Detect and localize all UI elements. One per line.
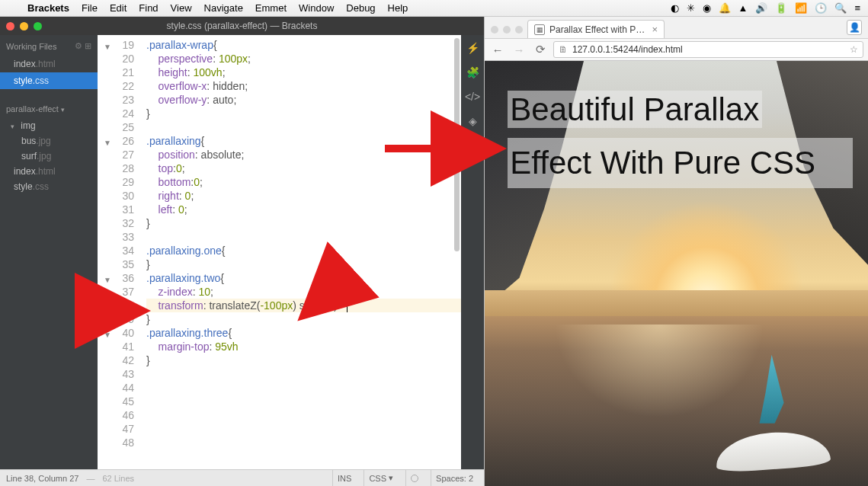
gear-icon[interactable]: ⚙ ⊞ [75,41,91,51]
indent-setting[interactable]: Spaces: 2 [431,470,478,486]
file-style-css[interactable]: style.css [0,179,98,194]
menu-navigate[interactable]: Navigate [198,2,249,14]
working-files-header[interactable]: Working Files ⚙ ⊞ [0,35,98,56]
working-files-label: Working Files [6,42,56,51]
working-file-index[interactable]: index.html [0,56,98,72]
code-content[interactable]: .parallax-wrap{ perspective: 100px; heig… [142,35,461,469]
reload-button[interactable]: ⟳ [532,41,549,58]
back-button[interactable]: ← [489,41,506,58]
tray-icon[interactable]: ◉ [703,2,711,14]
page-viewport[interactable]: Beautiful Parallax Effect With Pure CSS [485,61,868,486]
notification-center-icon[interactable]: 🔔 [719,2,731,14]
lint-status-icon[interactable] [405,470,423,486]
window-title: style.css (parallax-effect) — Brackets [0,21,484,31]
window-close-button[interactable] [491,26,498,34]
editor-scrollbar[interactable] [453,35,461,469]
address-bar[interactable]: 🗎 127.0.0.1:54244/index.html ☆ [553,41,863,58]
system-tray: ◐ ✳ ◉ 🔔 ▲ 🔊 🔋 📶 🕒 🔍 ≡ [663,2,868,14]
app-menu[interactable]: Brackets [21,2,75,14]
chrome-window: ▦ Parallax Effect with Pure C × 👤 ← → ⟳ … [484,17,868,486]
cursor-position: Line 38, Column 27 [6,474,78,483]
window-minimize-button[interactable] [20,22,28,30]
browser-tab[interactable]: ▦ Parallax Effect with Pure C × [527,20,665,38]
profile-button[interactable]: 👤 [847,20,862,35]
spotlight-icon[interactable]: 🔍 [834,2,847,14]
layers-icon[interactable]: ◈ [464,113,481,129]
volume-icon[interactable]: 🔊 [755,2,767,14]
google-drive-icon[interactable]: ▲ [738,2,748,14]
menu-help[interactable]: Help [382,2,415,14]
working-file-style[interactable]: style.css [0,72,98,89]
live-preview-icon[interactable]: ⚡ [464,40,481,56]
menu-extras-icon[interactable]: ≡ [854,2,860,14]
site-info-icon[interactable]: 🗎 [559,44,568,55]
menu-file[interactable]: File [75,2,104,14]
url-text: 127.0.0.1:54244/index.html [572,44,683,55]
menu-find[interactable]: Find [133,2,164,14]
mac-menu-bar: Brackets File Edit Find View Navigate Em… [0,0,868,17]
wifi-icon[interactable]: 📶 [795,2,807,14]
total-lines: 62 Lines [102,474,134,483]
window-close-button[interactable] [6,22,14,30]
menu-edit[interactable]: Edit [104,2,133,14]
battery-icon[interactable]: 🔋 [775,2,787,14]
favicon-icon: ▦ [534,24,545,35]
file-surf-jpg[interactable]: surf.jpg [0,149,98,164]
menu-debug[interactable]: Debug [340,2,381,14]
insert-mode[interactable]: INS [332,470,356,486]
file-bus-jpg[interactable]: bus.jpg [0,133,98,149]
folder-img[interactable]: ▾ img [0,118,98,133]
tab-close-icon[interactable]: × [652,24,658,35]
code-icon[interactable]: </> [464,88,481,105]
statusbar: Line 38, Column 27 — 62 Lines INS CSS ▾ … [0,469,484,486]
window-minimize-button[interactable] [503,26,511,34]
page-heading: Beautiful Parallax Effect With Pure CSS [508,90,853,188]
editor[interactable]: 19▼20212223242526▼27282930313233343536▼3… [98,35,461,469]
brackets-window: style.css (parallax-effect) — Brackets W… [0,17,484,486]
menu-emmet[interactable]: Emmet [249,2,293,14]
brackets-sidebar: Working Files ⚙ ⊞ index.html style.css p… [0,35,98,469]
brackets-titlebar[interactable]: style.css (parallax-effect) — Brackets [0,17,484,35]
project-header[interactable]: parallax-effect ▾ [0,98,98,118]
window-zoom-button[interactable] [515,26,523,34]
chrome-tabstrip[interactable]: ▦ Parallax Effect with Pure C × 👤 [485,17,868,38]
chrome-toolbar: ← → ⟳ 🗎 127.0.0.1:54244/index.html ☆ [485,38,868,61]
bookmark-star-icon[interactable]: ☆ [850,44,858,55]
forward-button[interactable]: → [511,41,527,58]
page-background [716,325,815,469]
clock-icon[interactable]: 🕒 [815,2,827,14]
line-number-gutter[interactable]: 19▼20212223242526▼27282930313233343536▼3… [98,35,142,469]
file-index-html[interactable]: index.html [0,164,98,179]
language-mode[interactable]: CSS ▾ [364,470,398,486]
window-zoom-button[interactable] [34,22,42,30]
menu-view[interactable]: View [165,2,198,14]
menu-window[interactable]: Window [293,2,340,14]
tray-icon[interactable]: ✳ [687,2,695,14]
tab-title: Parallax Effect with Pure C [549,24,647,35]
tray-icon[interactable]: ◐ [671,2,679,14]
brackets-toolbar: ⚡ 🧩 </> ◈ [461,35,484,469]
extension-manager-icon[interactable]: 🧩 [464,64,481,81]
